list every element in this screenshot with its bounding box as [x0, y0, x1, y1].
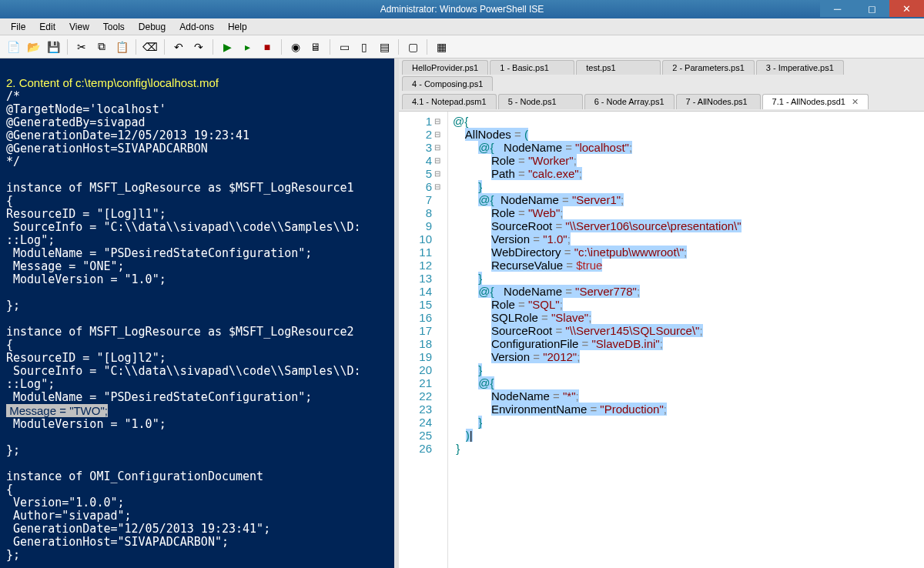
layout2-icon[interactable]: ▯: [356, 38, 373, 55]
toggle-pane-icon[interactable]: ▢: [404, 38, 421, 55]
menu-file[interactable]: File: [5, 20, 32, 34]
save-icon[interactable]: 💾: [45, 38, 62, 55]
tab-strip: HelloProvider.ps11 - Basic.ps1test.ps12 …: [399, 58, 924, 112]
paste-icon[interactable]: 📋: [113, 38, 130, 55]
tab[interactable]: 1 - Basic.ps1: [490, 60, 574, 75]
undo-icon[interactable]: ↶: [170, 38, 187, 55]
script-pane: HelloProvider.ps11 - Basic.ps1test.ps12 …: [399, 58, 924, 568]
window-title: Administrator: Windows PowerShell ISE: [380, 4, 544, 15]
new-file-icon[interactable]: 📄: [5, 38, 22, 55]
redo-icon[interactable]: ↷: [190, 38, 207, 55]
tab[interactable]: 6 - Node Array.ps1: [584, 94, 675, 109]
run-icon[interactable]: ▶: [219, 38, 236, 55]
command-addon-icon[interactable]: ▦: [433, 38, 450, 55]
tab[interactable]: 5 - Node.ps1: [498, 94, 583, 109]
console-pane[interactable]: 2. Content of c:\temp\config\localhost.m…: [0, 58, 394, 568]
window-titlebar: Administrator: Windows PowerShell ISE ─ …: [0, 0, 924, 18]
tab[interactable]: 7 - AllNodes.ps1: [676, 94, 761, 109]
tab[interactable]: 4 - Composing.ps1: [402, 76, 493, 91]
tab[interactable]: 3 - Imperative.ps1: [756, 60, 844, 75]
open-file-icon[interactable]: 📂: [25, 38, 42, 55]
breakpoint-icon[interactable]: ◉: [287, 38, 304, 55]
menubar: FileEditViewToolsDebugAdd-onsHelp: [0, 18, 924, 35]
tab[interactable]: test.ps1: [576, 60, 661, 75]
menu-edit[interactable]: Edit: [33, 20, 62, 34]
layout1-icon[interactable]: ▭: [336, 38, 353, 55]
layout3-icon[interactable]: ▤: [376, 38, 393, 55]
tab[interactable]: HelloProvider.ps1: [402, 60, 488, 75]
cut-icon[interactable]: ✂: [73, 38, 90, 55]
menu-tools[interactable]: Tools: [97, 20, 131, 34]
maximize-button[interactable]: ◻: [855, 0, 889, 17]
menu-help[interactable]: Help: [222, 20, 253, 34]
menu-view[interactable]: View: [63, 20, 95, 34]
minimize-button[interactable]: ─: [820, 0, 855, 17]
close-button[interactable]: ✕: [889, 0, 924, 17]
code-editor[interactable]: 1234567891011121314151617181920212223242…: [399, 112, 924, 568]
remote-icon[interactable]: 🖥: [307, 38, 324, 55]
menu-debug[interactable]: Debug: [132, 20, 172, 34]
tab[interactable]: 4.1 - Notepad.psm1: [402, 94, 497, 109]
menu-add-ons[interactable]: Add-ons: [173, 20, 220, 34]
stop-icon[interactable]: ■: [259, 38, 276, 55]
tab[interactable]: 7.1 - AllNodes.psd1✕: [762, 94, 869, 109]
toolbar: 📄 📂 💾 ✂ ⧉ 📋 ⌫ ↶ ↷ ▶ ▸ ■ ◉ 🖥 ▭ ▯ ▤ ▢ ▦: [0, 35, 924, 58]
clear-icon[interactable]: ⌫: [142, 38, 159, 55]
close-icon[interactable]: ✕: [852, 97, 859, 107]
run-selection-icon[interactable]: ▸: [239, 38, 256, 55]
line-gutter: 1234567891011121314151617181920212223242…: [399, 112, 448, 568]
copy-icon[interactable]: ⧉: [93, 38, 110, 55]
tab[interactable]: 2 - Parameters.ps1: [662, 60, 755, 75]
